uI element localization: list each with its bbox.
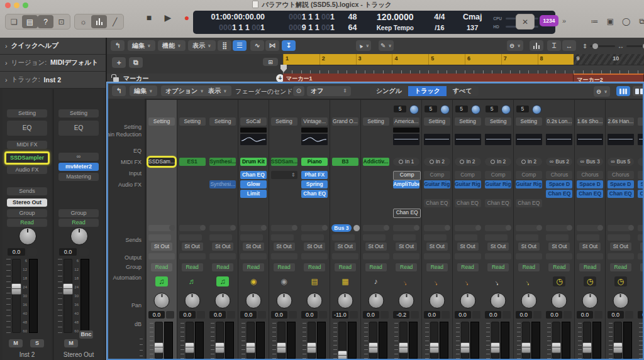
output-button[interactable]: St Out bbox=[640, 243, 644, 251]
plugin-slot[interactable]: Guitar Rig bbox=[485, 180, 511, 188]
fader-cap[interactable] bbox=[430, 342, 439, 353]
volume-value[interactable]: 0.0 bbox=[8, 248, 25, 256]
db-value[interactable]: 0.0 bbox=[301, 311, 318, 319]
mixer-strip-10[interactable]: 5SettingIn 2CompGuitar RigChan EQSt OutR… bbox=[422, 100, 452, 359]
db-value[interactable]: 0.0 bbox=[424, 311, 440, 319]
edit-menu[interactable]: 編集∨ bbox=[128, 40, 155, 51]
output-button[interactable]: St Out bbox=[518, 243, 540, 251]
horizontal-auto-zoom-icon[interactable]: ↔ bbox=[562, 40, 576, 51]
eq-thumbnail[interactable] bbox=[424, 134, 450, 145]
plugin-slot[interactable]: Chan EQ bbox=[485, 199, 511, 207]
eq-thumbnail[interactable] bbox=[240, 134, 267, 145]
setting-button[interactable]: Vintage... bbox=[301, 117, 328, 126]
plugin-slot[interactable] bbox=[271, 171, 297, 179]
fader-track[interactable] bbox=[522, 322, 530, 359]
plugin-slot[interactable]: Space D bbox=[638, 180, 644, 188]
fader-track[interactable] bbox=[155, 322, 163, 359]
automation-mode-button[interactable]: Read bbox=[151, 263, 172, 271]
eq-thumbnail[interactable] bbox=[546, 134, 572, 145]
input-slot-highlighted[interactable]: SSDSam... bbox=[148, 158, 175, 166]
midi-fx-button[interactable]: MIDI FX bbox=[7, 141, 47, 149]
gain-reduction-value[interactable]: 5 bbox=[516, 106, 529, 112]
input-slot[interactable]: Piano bbox=[301, 158, 328, 166]
volume-fader[interactable] bbox=[147, 322, 177, 359]
input-slot[interactable]: Synthesi... bbox=[209, 158, 236, 166]
mixer-strip-15[interactable]: 1.6s Sho...∞Bus 3ChorusSpace DChan EQSt … bbox=[575, 100, 605, 359]
output-button[interactable]: St Out bbox=[212, 243, 233, 251]
db-value[interactable]: 0.0 bbox=[363, 311, 379, 319]
import-icon[interactable]: ⊡ bbox=[53, 15, 69, 28]
plugin-slot[interactable]: Chorus bbox=[638, 171, 644, 179]
output-button[interactable]: St Out bbox=[304, 243, 325, 251]
automation-mode-button[interactable]: Read bbox=[579, 263, 601, 271]
dim-icon[interactable]: ☼ bbox=[75, 15, 91, 28]
pan-knob[interactable] bbox=[307, 293, 323, 308]
plugin-slot[interactable]: Synthesi... bbox=[209, 180, 236, 188]
toolbar-overflow-chevrons[interactable]: » bbox=[562, 17, 566, 25]
count-in-button[interactable]: 1234 bbox=[540, 15, 558, 26]
db-value[interactable]: 0.0 bbox=[608, 311, 624, 319]
plugin-slot[interactable]: Chan EQ bbox=[516, 199, 542, 207]
volume-fader[interactable] bbox=[177, 322, 208, 359]
fader-cap[interactable] bbox=[399, 342, 408, 353]
output-button[interactable]: St Out bbox=[487, 243, 509, 251]
pan-knob[interactable] bbox=[368, 293, 384, 308]
pan-knob[interactable] bbox=[276, 293, 292, 308]
volume-fader[interactable] bbox=[269, 322, 299, 359]
functions-menu[interactable]: 機能∨ bbox=[158, 40, 186, 51]
record-button[interactable]: ● bbox=[181, 13, 192, 23]
fader-cap[interactable] bbox=[582, 342, 592, 353]
fader-cap[interactable] bbox=[11, 283, 21, 295]
setting-button[interactable]: Setting bbox=[363, 117, 389, 126]
input-slot[interactable]: ES1 bbox=[179, 158, 206, 166]
plugin-slot[interactable]: Comp bbox=[424, 171, 450, 179]
mixer-strip-11[interactable]: 5SettingIn 2CompGuitar RigChan EQSt OutR… bbox=[453, 100, 483, 359]
input-slot[interactable]: Drum Kit bbox=[240, 158, 267, 166]
fader-track[interactable] bbox=[461, 322, 469, 359]
setting-button[interactable]: 1.6s Sho... bbox=[577, 117, 603, 126]
setting-button[interactable]: 0.6... bbox=[638, 117, 644, 126]
mastering-button[interactable]: Mastering bbox=[58, 173, 99, 181]
eq-button[interactable]: EQ bbox=[7, 121, 47, 136]
sidebar-row-2[interactable]: ›リージョン:MIDIデフォルト bbox=[0, 55, 106, 72]
loop-browser-icon[interactable]: ◯ bbox=[618, 14, 634, 28]
input-slot[interactable]: ∞Bus 2 bbox=[546, 158, 572, 166]
mixer-strip-14[interactable]: 0.2s Lon...∞Bus 2ChorusSpace DChan EQSt … bbox=[544, 100, 574, 359]
volume-fader[interactable] bbox=[238, 322, 269, 359]
plugin-slot[interactable]: Chan EQ bbox=[546, 190, 572, 198]
inspector-icon[interactable]: ▤ bbox=[22, 15, 38, 28]
view-menu[interactable]: 表示∨ bbox=[188, 40, 216, 51]
automation-mode-button[interactable]: Read bbox=[487, 263, 509, 271]
fader-cap[interactable] bbox=[491, 342, 500, 353]
output-button[interactable]: St Out bbox=[457, 243, 479, 251]
sidebar-row-1[interactable]: ›クイックヘルプ bbox=[0, 38, 106, 55]
lcd-key[interactable]: Cmaj bbox=[463, 12, 482, 23]
plugin-slot[interactable]: Comp bbox=[393, 171, 421, 180]
setting-button[interactable]: Setting bbox=[516, 117, 542, 126]
solo-button[interactable]: S bbox=[30, 339, 44, 347]
setting-button[interactable]: SoCal bbox=[240, 117, 267, 126]
pan-knob[interactable] bbox=[215, 293, 231, 308]
db-value[interactable]: 0.0 bbox=[485, 311, 501, 319]
input-slot[interactable]: ∞Bus 3 bbox=[577, 158, 603, 166]
volume-fader[interactable] bbox=[544, 322, 574, 359]
setting-button[interactable]: 0.2s Lon... bbox=[546, 117, 572, 126]
group-slot[interactable] bbox=[516, 253, 542, 259]
pan-knob[interactable] bbox=[154, 293, 170, 308]
output-button[interactable]: St Out bbox=[579, 243, 601, 251]
db-value[interactable]: 0.0 bbox=[209, 311, 226, 319]
db-value[interactable]: 0.0 bbox=[577, 311, 593, 319]
gain-reduction-value[interactable]: 5 bbox=[394, 106, 406, 112]
input-slot[interactable]: In 2 bbox=[485, 158, 511, 166]
vertical-auto-zoom-icon[interactable]: ⌶ bbox=[547, 40, 561, 51]
back-icon[interactable]: ↰ bbox=[111, 40, 125, 51]
send-slot-empty[interactable] bbox=[577, 234, 599, 241]
group-slot[interactable] bbox=[424, 253, 450, 259]
waveform-zoom-icon[interactable] bbox=[530, 40, 543, 51]
eq-thumbnail[interactable] bbox=[393, 134, 419, 145]
automation-mode-button[interactable]: Read bbox=[182, 263, 203, 271]
automation-mode-button[interactable]: Read bbox=[304, 263, 325, 271]
send-slot-empty[interactable] bbox=[638, 225, 644, 231]
plugin-slot[interactable]: Space D bbox=[546, 180, 572, 188]
group-button[interactable]: Group bbox=[7, 209, 47, 217]
